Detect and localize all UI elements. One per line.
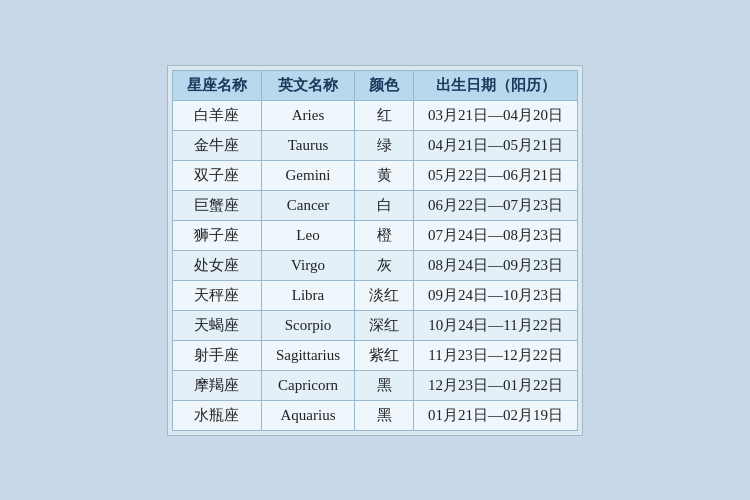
cell-row3-col0: 巨蟹座 <box>172 190 261 220</box>
header-english-name: 英文名称 <box>261 70 354 100</box>
table-row: 天秤座Libra淡红09月24日—10月23日 <box>172 280 577 310</box>
cell-row8-col1: Sagittarius <box>261 340 354 370</box>
cell-row10-col1: Aquarius <box>261 400 354 430</box>
cell-row6-col0: 天秤座 <box>172 280 261 310</box>
cell-row7-col2: 深红 <box>355 310 414 340</box>
cell-row0-col1: Aries <box>261 100 354 130</box>
cell-row5-col3: 08月24日—09月23日 <box>414 250 578 280</box>
cell-row0-col0: 白羊座 <box>172 100 261 130</box>
cell-row4-col0: 狮子座 <box>172 220 261 250</box>
cell-row3-col2: 白 <box>355 190 414 220</box>
cell-row6-col1: Libra <box>261 280 354 310</box>
cell-row7-col0: 天蝎座 <box>172 310 261 340</box>
cell-row10-col3: 01月21日—02月19日 <box>414 400 578 430</box>
cell-row0-col3: 03月21日—04月20日 <box>414 100 578 130</box>
table-row: 天蝎座Scorpio深红10月24日—11月22日 <box>172 310 577 340</box>
cell-row1-col3: 04月21日—05月21日 <box>414 130 578 160</box>
cell-row2-col2: 黄 <box>355 160 414 190</box>
header-chinese-name: 星座名称 <box>172 70 261 100</box>
zodiac-table-container: 星座名称 英文名称 颜色 出生日期（阳历） 白羊座Aries红03月21日—04… <box>167 65 583 436</box>
table-row: 双子座Gemini黄05月22日—06月21日 <box>172 160 577 190</box>
cell-row8-col2: 紫红 <box>355 340 414 370</box>
cell-row1-col1: Taurus <box>261 130 354 160</box>
cell-row10-col2: 黑 <box>355 400 414 430</box>
table-row: 处女座Virgo灰08月24日—09月23日 <box>172 250 577 280</box>
cell-row9-col2: 黑 <box>355 370 414 400</box>
table-row: 摩羯座Capricorn黑12月23日—01月22日 <box>172 370 577 400</box>
cell-row5-col2: 灰 <box>355 250 414 280</box>
cell-row9-col1: Capricorn <box>261 370 354 400</box>
cell-row3-col3: 06月22日—07月23日 <box>414 190 578 220</box>
cell-row6-col3: 09月24日—10月23日 <box>414 280 578 310</box>
cell-row3-col1: Cancer <box>261 190 354 220</box>
cell-row4-col2: 橙 <box>355 220 414 250</box>
table-header-row: 星座名称 英文名称 颜色 出生日期（阳历） <box>172 70 577 100</box>
cell-row0-col2: 红 <box>355 100 414 130</box>
cell-row5-col1: Virgo <box>261 250 354 280</box>
cell-row1-col0: 金牛座 <box>172 130 261 160</box>
table-row: 狮子座Leo橙07月24日—08月23日 <box>172 220 577 250</box>
cell-row9-col0: 摩羯座 <box>172 370 261 400</box>
cell-row7-col3: 10月24日—11月22日 <box>414 310 578 340</box>
cell-row10-col0: 水瓶座 <box>172 400 261 430</box>
header-dates: 出生日期（阳历） <box>414 70 578 100</box>
zodiac-table: 星座名称 英文名称 颜色 出生日期（阳历） 白羊座Aries红03月21日—04… <box>172 70 578 431</box>
table-row: 白羊座Aries红03月21日—04月20日 <box>172 100 577 130</box>
cell-row7-col1: Scorpio <box>261 310 354 340</box>
cell-row8-col0: 射手座 <box>172 340 261 370</box>
cell-row2-col3: 05月22日—06月21日 <box>414 160 578 190</box>
header-color: 颜色 <box>355 70 414 100</box>
cell-row4-col1: Leo <box>261 220 354 250</box>
table-row: 巨蟹座Cancer白06月22日—07月23日 <box>172 190 577 220</box>
table-row: 射手座Sagittarius紫红11月23日—12月22日 <box>172 340 577 370</box>
cell-row8-col3: 11月23日—12月22日 <box>414 340 578 370</box>
cell-row5-col0: 处女座 <box>172 250 261 280</box>
cell-row1-col2: 绿 <box>355 130 414 160</box>
table-row: 金牛座Taurus绿04月21日—05月21日 <box>172 130 577 160</box>
cell-row2-col0: 双子座 <box>172 160 261 190</box>
cell-row9-col3: 12月23日—01月22日 <box>414 370 578 400</box>
table-row: 水瓶座Aquarius黑01月21日—02月19日 <box>172 400 577 430</box>
cell-row6-col2: 淡红 <box>355 280 414 310</box>
cell-row4-col3: 07月24日—08月23日 <box>414 220 578 250</box>
cell-row2-col1: Gemini <box>261 160 354 190</box>
